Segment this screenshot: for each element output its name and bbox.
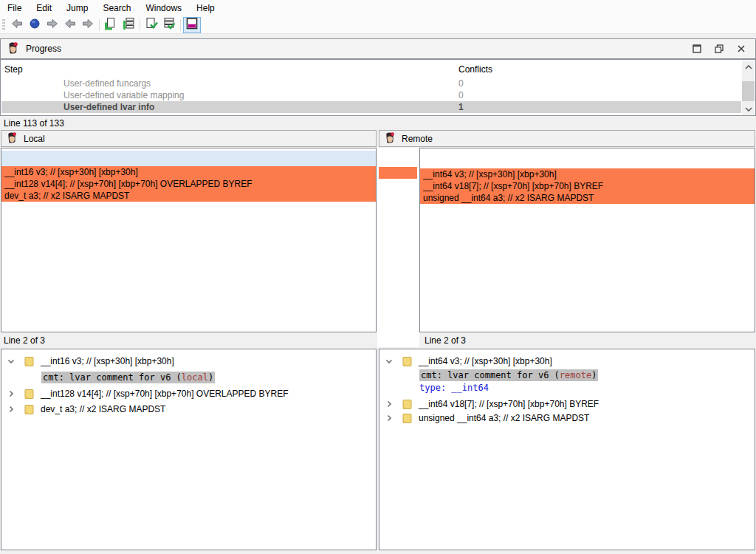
nav-forward-button[interactable] [44, 17, 61, 33]
cmt-text: cmt: lvar comment for v6 ( [43, 372, 182, 383]
merge-view-toggle-button[interactable] [183, 17, 201, 33]
tree-item-label: dev_t a3; // x2 ISARG MAPDST [41, 404, 165, 414]
nav-back-button[interactable] [8, 17, 26, 33]
code-line[interactable]: dev_t a3; // x2 ISARG MAPDST [1, 190, 376, 202]
chevron-down-icon[interactable] [6, 357, 16, 366]
document-check-button[interactable] [142, 17, 160, 33]
remote-line-status-text: Line 2 of 3 [425, 335, 466, 346]
local-line-status: Line 2 of 3 [0, 333, 377, 348]
progress-row[interactable]: User-defined funcargs 0 [1, 78, 741, 89]
step-label: User-defined lvar info [63, 102, 154, 112]
tree-item[interactable]: unsigned __int64 a3; // x2 ISARG MAPDST [379, 411, 589, 425]
restore-button[interactable] [712, 42, 726, 55]
toolbar-separator [140, 19, 140, 31]
arrow-right-icon [80, 16, 95, 33]
toolbar [0, 16, 756, 34]
code-line[interactable]: __int128 v14[4]; // [xsp+70h] [xbp+70h] … [1, 178, 376, 190]
progress-row[interactable]: User-defined variable mapping 0 [1, 89, 741, 101]
stack-green-icon [121, 16, 136, 33]
local-detail-tree: __int16 v3; // [xsp+30h] [xbp+30h] cmt: … [1, 349, 377, 550]
tree-item-label: unsigned __int64 a3; // x2 ISARG MAPDST [419, 413, 589, 423]
folder-icon [24, 404, 35, 415]
folder-icon [402, 356, 413, 367]
chevron-right-icon[interactable] [384, 400, 394, 408]
page-check-icon [144, 16, 159, 33]
diff-gutter [377, 148, 419, 347]
cmt-text: ) [208, 372, 213, 383]
tree-item[interactable]: __int64 v3; // [xsp+30h] [xbp+30h] [379, 355, 552, 368]
menu-bar: File Edit Jump Search Windows Help [0, 0, 756, 16]
local-pane-header[interactable]: Local [1, 130, 377, 147]
arrow-left-icon [10, 16, 24, 33]
code-line[interactable]: unsigned __int64 a3; // x2 ISARG MAPDST [420, 192, 755, 204]
folder-icon [24, 389, 35, 400]
progress-titlebar[interactable]: Progress [0, 38, 756, 59]
step-label: User-defined variable mapping [63, 90, 184, 100]
folder-icon [402, 413, 413, 424]
arrow-right-icon [45, 16, 60, 33]
remote-pane-header[interactable]: Remote [379, 130, 755, 147]
progress-list: Step Conflicts User-defined funcargs 0 U… [0, 59, 756, 116]
conflicts-count: 1 [458, 102, 464, 112]
tree-detail-type[interactable]: type: __int64 [379, 381, 489, 394]
type-text: type: __int64 [419, 383, 489, 393]
chevron-right-icon[interactable] [384, 414, 394, 423]
prev-conflict-button[interactable] [61, 17, 79, 33]
toolbar-drag-handle[interactable] [2, 19, 5, 31]
list-check-button[interactable] [160, 17, 178, 33]
remote-detail-tree: __int64 v3; // [xsp+30h] [xbp+30h] cmt: … [379, 349, 755, 550]
scrollbar-thumb[interactable] [742, 81, 755, 101]
page-green-icon [103, 16, 118, 33]
list-green-button[interactable] [120, 17, 137, 33]
local-line-status-text: Line 2 of 3 [4, 335, 45, 346]
progress-row-selected[interactable]: User-defined lvar info 1 [1, 101, 741, 113]
current-line-highlight[interactable] [1, 151, 376, 166]
local-conflict-block: __int16 v3; // [xsp+30h] [xbp+30h] __int… [1, 166, 376, 202]
ida-mascot-icon [6, 131, 18, 146]
vertical-scrollbar[interactable] [742, 61, 755, 115]
folder-icon [24, 356, 35, 367]
tree-detail-cmt[interactable]: cmt: lvar comment for v6 (remote) [379, 369, 598, 382]
document-green-button[interactable] [102, 17, 120, 33]
arrow-left-icon [63, 16, 78, 33]
tree-item[interactable]: __int64 v18[7]; // [xsp+70h] [xbp+70h] B… [379, 397, 599, 411]
chevron-right-icon[interactable] [6, 389, 16, 398]
tree-detail-cmt[interactable]: cmt: lvar comment for v6 (local) [1, 371, 215, 384]
conflicts-count: 0 [458, 90, 464, 100]
tree-item-label: __int128 v14[4]; // [xsp+70h] [xbp+70h] … [41, 389, 289, 399]
tree-item-label: __int16 v3; // [xsp+30h] [xbp+30h] [41, 356, 174, 366]
remote-pane-title: Remote [402, 134, 433, 144]
menu-help[interactable]: Help [189, 1, 222, 16]
remote-diff-pane: __int64 v3; // [xsp+30h] [xbp+30h] __int… [419, 148, 755, 332]
chevron-right-icon[interactable] [6, 405, 16, 414]
scrollbar-up-button[interactable] [742, 61, 755, 73]
remote-line-status: Line 2 of 3 [419, 333, 756, 348]
menu-edit[interactable]: Edit [29, 1, 59, 16]
cmt-text: cmt: lvar comment for v6 ( [421, 370, 560, 380]
menu-jump[interactable]: Jump [59, 1, 95, 16]
chevron-down-icon[interactable] [384, 357, 394, 366]
remote-conflict-block: __int64 v3; // [xsp+30h] [xbp+30h] __int… [420, 168, 755, 204]
merge-view-icon [185, 16, 199, 33]
column-header-conflicts[interactable]: Conflicts [458, 64, 492, 75]
step-label: User-defined funcargs [63, 78, 151, 89]
menu-search[interactable]: Search [95, 1, 138, 16]
menu-file[interactable]: File [0, 1, 29, 16]
tree-item[interactable]: __int16 v3; // [xsp+30h] [xbp+30h] [1, 355, 174, 368]
menu-windows[interactable]: Windows [138, 1, 189, 16]
code-line[interactable]: __int16 v3; // [xsp+30h] [xbp+30h] [1, 166, 376, 178]
current-position-button[interactable] [26, 17, 44, 33]
code-line[interactable]: __int64 v3; // [xsp+30h] [xbp+30h] [420, 168, 755, 180]
close-button[interactable] [735, 42, 748, 55]
column-header-step[interactable]: Step [4, 64, 23, 75]
conflict-marker [379, 167, 417, 179]
maximize-button[interactable] [690, 42, 704, 55]
ida-mascot-icon [7, 41, 20, 57]
next-conflict-button[interactable] [79, 17, 97, 33]
cmt-text: ) [591, 370, 597, 380]
tree-item[interactable]: __int128 v14[4]; // [xsp+70h] [xbp+70h] … [1, 387, 289, 400]
tree-item[interactable]: dev_t a3; // x2 ISARG MAPDST [1, 403, 165, 416]
line-position-text: Line 113 of 133 [4, 118, 64, 129]
scrollbar-down-button[interactable] [742, 103, 755, 115]
code-line[interactable]: __int64 v18[7]; // [xsp+70h] [xbp+70h] B… [420, 180, 755, 192]
